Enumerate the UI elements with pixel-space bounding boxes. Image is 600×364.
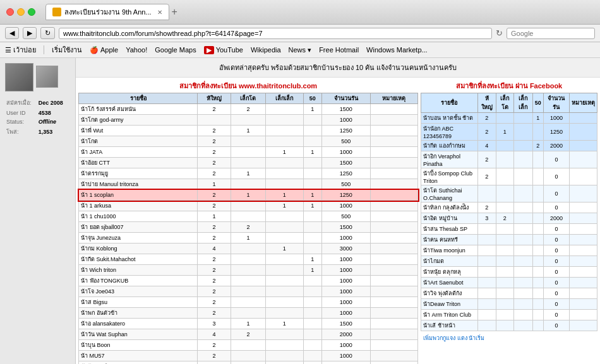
bookmark-news[interactable]: News ▾: [289, 46, 312, 54]
search-input[interactable]: [507, 28, 595, 39]
table-cell: [496, 185, 513, 203]
table-cell: 1: [303, 201, 321, 211]
col-header-medium: เล็กโต: [231, 93, 266, 104]
table-cell: 2: [198, 222, 231, 233]
table-cell: [569, 256, 597, 267]
table-cell: [370, 211, 417, 222]
right-table-title: สมาชิกที่ลงทะเบียน ผ่าน Facebook: [421, 80, 597, 91]
table-cell: [496, 320, 513, 331]
table-row: น้า JATA2111000: [79, 147, 418, 158]
table-cell: น้า Wich triton: [79, 265, 198, 276]
close-button[interactable]: [6, 8, 14, 16]
fb-col-note: หมายเหตุ: [569, 93, 597, 113]
divider: [44, 45, 44, 54]
bookmark-home[interactable]: ☰ เว้าบ่อย: [5, 44, 36, 56]
table-row: น้าอ alansakatero3111500: [79, 319, 418, 329]
bookmark-label: Free Hotmail: [319, 46, 359, 54]
table-row: น้าบุน Boon21000: [79, 340, 418, 351]
bookmark-start[interactable]: เริ่มใช้งาน: [52, 44, 82, 56]
table-row: น้าหนุ้ย ดลุกหลุ0: [421, 267, 597, 278]
table-cell: [477, 256, 496, 267]
table-cell: [265, 265, 303, 276]
table-row: น้า ยอด sjball007221500: [79, 222, 418, 233]
url-bar[interactable]: [59, 28, 492, 39]
table-cell: [532, 256, 543, 267]
table-cell: [569, 113, 597, 124]
main-content: สมัครเมื่อ: Dec 2008 User ID 4538 Status…: [0, 58, 600, 364]
table-cell: 1000: [543, 113, 569, 124]
col-header-small: เล็กเล็ก: [265, 93, 303, 104]
reload-button[interactable]: ↻: [40, 27, 55, 39]
table-cell: [532, 124, 543, 141]
bookmark-apple[interactable]: 🍎 Apple: [90, 46, 118, 54]
active-tab[interactable]: ลงทะเบียนร่วมงาน 9th Ann... ✕: [45, 4, 169, 20]
table-cell: น้าโต Suthichai O.Chanang: [421, 185, 478, 203]
table-cell: น้าวิจ พุ่งด้ลด้กัง: [421, 288, 478, 299]
table-cell: [265, 276, 303, 286]
table-cell: 2: [198, 340, 231, 351]
back-button[interactable]: ◀: [5, 27, 19, 39]
table-row: น้าโกต god-army1000: [79, 115, 418, 126]
table-cell: [496, 267, 513, 278]
table-cell: 1250: [543, 124, 569, 141]
table-cell: [303, 276, 321, 286]
table-cell: [370, 276, 417, 286]
table-cell: [370, 297, 417, 308]
table-row: น้าTiwa moonjun0: [421, 245, 597, 256]
table-cell: 0: [543, 267, 569, 278]
table-cell: [231, 136, 266, 147]
table-cell: [513, 213, 532, 224]
traffic-lights: [6, 8, 35, 16]
table-cell: [477, 235, 496, 245]
table-cell: 4: [198, 329, 231, 340]
table-cell: น้าDeaw Triton: [421, 299, 478, 310]
table-row: น้าสน Thesab SP0: [421, 224, 597, 235]
bookmark-windows[interactable]: Windows Marketp...: [366, 46, 428, 54]
table-cell: [569, 185, 597, 203]
table-cell: [265, 351, 303, 361]
page-header: อัพเดทล่าสุดครับ พร้อมด้วยสมาชิกบ้านระยอ…: [76, 58, 600, 78]
table-row: น้าจุน Junezuza211000: [79, 233, 418, 244]
table-cell: [265, 233, 303, 244]
bookmark-googlemaps[interactable]: Google Maps: [155, 46, 196, 54]
table-cell: [513, 310, 532, 320]
table-row: น้าทิลก กลุงด้ลงน้ิง20: [421, 203, 597, 213]
table-cell: 2: [198, 286, 231, 297]
minimize-button[interactable]: [17, 8, 25, 16]
table-row: น้า Arm Triton Club0: [421, 310, 597, 320]
table-cell: [569, 224, 597, 235]
new-tab-button[interactable]: +: [172, 6, 177, 18]
table-row: น้าไกมด0: [421, 256, 597, 267]
table-cell: [532, 299, 543, 310]
table-cell: 1: [231, 168, 266, 179]
table-cell: [370, 158, 417, 168]
bookmark-hotmail[interactable]: Free Hotmail: [319, 46, 359, 54]
member-since-value: Dec 2008: [39, 98, 69, 108]
table-cell: น้า 1 chu1000: [79, 211, 198, 222]
table-cell: [532, 151, 543, 168]
bookmark-wikipedia[interactable]: Wikipedia: [251, 46, 281, 54]
table-cell: 1: [265, 190, 303, 201]
table-cell: [477, 267, 496, 278]
fb-col-big: ห้ใหญ่: [477, 93, 496, 113]
table-cell: น้าไกมด: [421, 256, 478, 267]
table-cell: 1: [231, 190, 266, 201]
table-cell: [569, 267, 597, 278]
table-cell: 2: [532, 141, 543, 151]
maximize-button[interactable]: [28, 8, 35, 16]
table-cell: [370, 361, 417, 365]
bookmark-youtube[interactable]: ▶ YouTube: [204, 46, 243, 54]
table-cell: [370, 190, 417, 201]
bookmark-yahoo[interactable]: Yahoo!: [126, 46, 147, 54]
table-cell: [303, 297, 321, 308]
table-cell: 1000: [321, 340, 370, 351]
forward-button[interactable]: ▶: [23, 27, 37, 39]
table-cell: น้าวัน Wat Suphan: [79, 329, 198, 340]
table-cell: 0: [543, 224, 569, 235]
user-id-label: User ID: [6, 109, 37, 117]
table-cell: น้าคน คนหทรี: [421, 235, 478, 245]
tab-close-button[interactable]: ✕: [157, 9, 162, 16]
table-row: น้าน้อก ABC 123456789211250: [421, 124, 597, 141]
table-cell: [303, 115, 321, 126]
table-cell: [513, 203, 532, 213]
